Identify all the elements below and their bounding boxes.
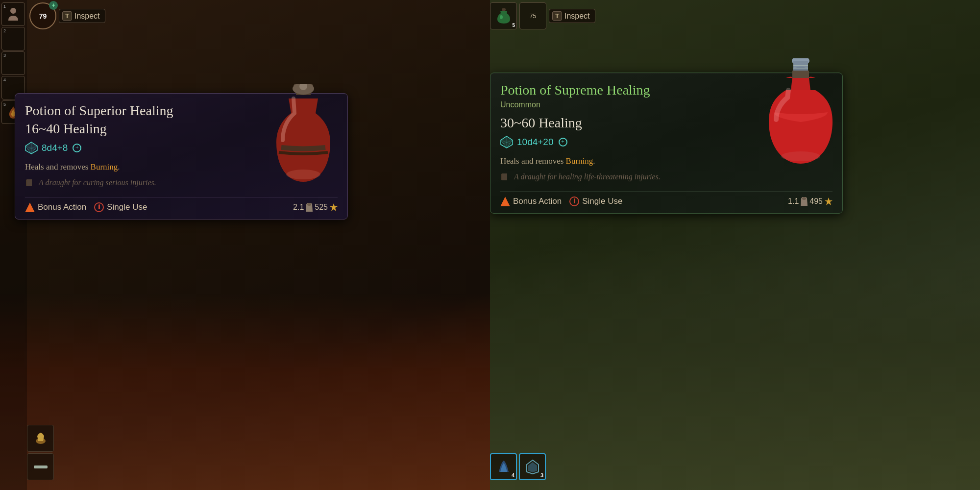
svg-point-0 <box>10 8 16 14</box>
potion-slot-icon <box>496 8 511 24</box>
single-use-left: Single Use <box>94 202 147 212</box>
bonus-action-right: Bonus Action <box>500 196 562 206</box>
inspect-label-left: Inspect <box>74 12 100 21</box>
dice-formula-right: 10d4+20 <box>517 137 554 147</box>
inspect-key-right: T <box>552 11 562 21</box>
svg-rect-15 <box>502 8 506 11</box>
svg-rect-20 <box>792 71 809 78</box>
bottom-slot-right-1[interactable]: 4 <box>490 453 517 480</box>
item-healing-right: 30~60 Healing <box>500 115 721 131</box>
desc-end-right: . <box>593 156 595 166</box>
hotbar-slot-right-1[interactable]: 5 <box>490 2 517 29</box>
single-use-icon-right <box>569 196 579 206</box>
hotbar-slot-3[interactable]: 3 <box>1 51 25 75</box>
weight-info-right: 1.1 495 <box>788 197 833 206</box>
scroll-icon-left <box>25 178 34 187</box>
bottom-items-right: 4 3 <box>490 453 546 480</box>
bonus-action-icon-left <box>25 202 35 212</box>
item-rarity-right: Uncommon <box>500 100 721 109</box>
svg-point-11 <box>307 203 311 206</box>
item-icon-right-2 <box>526 460 539 474</box>
bottom-slot-right-2[interactable]: 3 <box>519 453 546 480</box>
slot-num-1: 1 <box>3 4 6 9</box>
crystal-icon-right <box>500 136 513 148</box>
single-use-label-right: Single Use <box>582 196 622 206</box>
footer-left: Bonus Action Single Use 2.1 525 <box>25 197 338 212</box>
potion-svg-right <box>749 58 852 181</box>
inspect-key-left: T <box>62 11 72 21</box>
tooltip-left: Potion of Superior Healing 16~40 Healing… <box>15 93 348 220</box>
slot-num-3: 3 <box>3 53 6 58</box>
weight-value-left: 2.1 <box>293 203 304 212</box>
svg-marker-12 <box>330 203 338 211</box>
crystal-icon-left <box>25 142 38 154</box>
plus-circle-right: + <box>559 138 567 147</box>
inspect-badge-left[interactable]: T Inspect <box>59 9 105 23</box>
tooltip-right: Potion of Supreme Healing Uncommon 30~60… <box>490 73 843 214</box>
gold-icon-right <box>825 197 833 205</box>
desc-static-right: Heals and removes <box>500 156 566 166</box>
inspect-badge-right[interactable]: T Inspect <box>549 9 595 23</box>
left-hotbar: 1 2 3 4 5 2 <box>0 0 27 490</box>
item-name-left: Potion of Superior Healing <box>25 102 231 119</box>
scroll-icon-right <box>500 172 509 181</box>
item-icon-left-2 <box>34 465 48 469</box>
svg-point-21 <box>781 151 820 161</box>
slot-num-5: 5 <box>3 102 6 107</box>
gold-value-left: 525 <box>315 203 328 212</box>
description-right: Heals and removes Burning. <box>500 155 721 167</box>
left-panel: 1 2 3 4 5 2 + 79 <box>0 0 490 490</box>
item-name-right: Potion of Supreme Healing <box>500 82 721 98</box>
single-use-right: Single Use <box>569 196 622 206</box>
bottom-slot-left-2[interactable] <box>27 453 54 480</box>
weight-icon-right <box>801 197 808 206</box>
flavor-icon-left <box>25 178 34 189</box>
flavor-text-right: A draught for healing life-threatening i… <box>514 172 661 182</box>
potion-image-left <box>254 84 352 196</box>
hotbar-slot-right-gold[interactable]: 75 <box>519 2 546 29</box>
single-use-icon-left <box>94 202 104 212</box>
left-floor <box>0 294 490 490</box>
gold-value-right: 495 <box>809 197 823 206</box>
gold-slot-value: 75 <box>530 13 536 20</box>
weight-value-right: 1.1 <box>788 197 799 206</box>
health-orb-left: + 79 <box>29 2 56 29</box>
right-top-bar: 5 75 T Inspect <box>490 2 595 29</box>
slot-num-2: 2 <box>3 28 6 33</box>
svg-point-29 <box>802 197 806 200</box>
left-top-bar: + 79 T Inspect <box>29 2 105 29</box>
desc-static-left: Heals and removes <box>25 162 91 172</box>
svg-marker-30 <box>825 197 833 205</box>
burning-word-right: Burning <box>566 156 593 166</box>
bonus-action-label-left: Bonus Action <box>38 202 86 212</box>
bonus-action-label-right: Bonus Action <box>513 196 562 206</box>
bonus-action-left: Bonus Action <box>25 202 86 212</box>
description-left: Heals and removes Burning. <box>25 161 231 173</box>
slot-right-1-count: 5 <box>512 23 515 28</box>
footer-right: Bonus Action Single Use 1.1 495 <box>500 191 833 206</box>
slot-num-4: 4 <box>3 77 6 82</box>
hotbar-slot-2[interactable]: 2 <box>1 27 25 50</box>
gold-slot-right: 75 <box>519 2 546 29</box>
svg-rect-14 <box>34 466 48 468</box>
inspect-label-right: Inspect <box>564 12 590 21</box>
weight-info-left: 2.1 525 <box>293 203 338 212</box>
dice-row-right: 10d4+20 + <box>500 136 721 148</box>
hotbar-slot-1[interactable]: 1 <box>1 2 25 26</box>
dice-formula-left: 8d4+8 <box>42 143 68 153</box>
potion-image-right <box>749 58 852 181</box>
health-plus-icon: + <box>49 1 58 10</box>
flavor-icon-right <box>500 172 509 183</box>
bonus-action-icon-right <box>500 196 510 206</box>
item-healing-left: 16~40 Healing <box>25 121 231 137</box>
right-panel: 5 75 T Inspect <box>490 0 980 490</box>
potion-svg-left <box>254 84 352 196</box>
character-icon <box>6 7 21 22</box>
bottom-slot-left-1[interactable] <box>27 425 54 452</box>
plus-circle-left: + <box>73 144 81 152</box>
gold-icon-left <box>330 203 338 211</box>
right-floor <box>490 245 980 490</box>
bottom-items-left <box>27 425 54 480</box>
dice-row-left: 8d4+8 + <box>25 142 231 154</box>
item-icon-right-1 <box>496 460 511 474</box>
